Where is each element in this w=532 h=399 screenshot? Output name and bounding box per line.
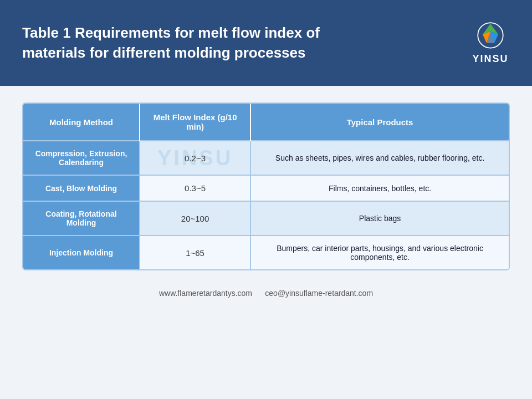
cell-mfi: 1~65	[140, 236, 250, 269]
col-header-mfi: Melt Flow Index (g/10 min)	[140, 104, 250, 141]
website-link: www.flameretardantys.com	[159, 289, 252, 298]
logo-text: YINSU	[472, 53, 508, 65]
cell-mfi: 0.3~5	[140, 175, 250, 201]
header: Table 1 Requirements for melt flow index…	[0, 0, 532, 86]
page-title: Table 1 Requirements for melt flow index…	[22, 23, 366, 62]
footer: www.flameretardantys.com ceo@yinsuflame-…	[0, 289, 532, 298]
cell-mfi: 0.2~3YINSU	[140, 141, 250, 175]
cell-products: Such as sheets, pipes, wires and cables,…	[250, 141, 509, 175]
cell-method: Injection Molding	[23, 236, 140, 269]
table-row: Coating, Rotational Molding20~100Plastic…	[23, 201, 509, 236]
cell-method: Compression, Extrusion, Calendaring	[23, 141, 140, 175]
cell-method: Coating, Rotational Molding	[23, 201, 140, 236]
cell-products: Plastic bags	[250, 201, 509, 236]
col-header-products: Typical Products	[250, 104, 509, 141]
table-row: Compression, Extrusion, Calendaring0.2~3…	[23, 141, 509, 175]
table-row: Injection Molding1~65Bumpers, car interi…	[23, 236, 509, 269]
logo-icon	[471, 21, 510, 52]
cell-products: Films, containers, bottles, etc.	[250, 175, 509, 201]
cell-products: Bumpers, car interior parts, housings, a…	[250, 236, 509, 269]
col-header-method: Molding Method	[23, 104, 140, 141]
email-link: ceo@yinsuflame-retardant.com	[265, 289, 373, 298]
cell-mfi: 20~100	[140, 201, 250, 236]
data-table: Molding Method Melt Flow Index (g/10 min…	[22, 103, 510, 270]
table-row: Cast, Blow Molding0.3~5Films, containers…	[23, 175, 509, 201]
logo: YINSU	[471, 21, 510, 65]
table-header-row: Molding Method Melt Flow Index (g/10 min…	[23, 104, 509, 141]
cell-method: Cast, Blow Molding	[23, 175, 140, 201]
main-content: Molding Method Melt Flow Index (g/10 min…	[0, 86, 532, 279]
